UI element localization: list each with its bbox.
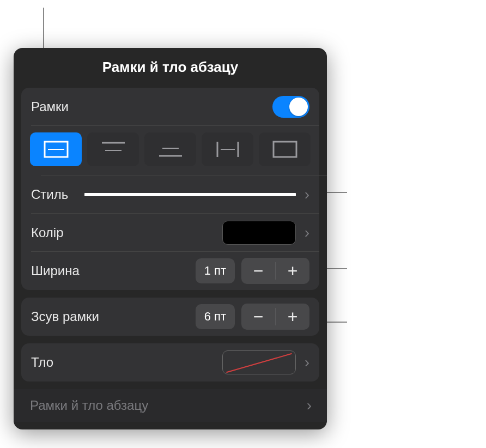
border-width-label: Ширина [31, 263, 80, 279]
width-increment-button[interactable]: + [276, 258, 309, 284]
footer-link-label: Рамки й тло абзацу [30, 398, 148, 413]
footer-link-row[interactable]: Рамки й тло абзацу › [14, 389, 327, 422]
border-width-value[interactable]: 1 пт [196, 258, 235, 283]
border-pos-top[interactable] [87, 132, 139, 166]
border-offset-stepper: − + [241, 304, 309, 330]
borders-toggle-label: Рамки [31, 99, 69, 114]
border-width-row: Ширина 1 пт − + [21, 252, 319, 290]
panel-title: Рамки й тло абзацу [14, 59, 327, 88]
chevron-right-icon: › [305, 354, 309, 371]
callout-line-top [43, 8, 44, 53]
width-decrement-button[interactable]: − [241, 258, 275, 284]
border-offset-value[interactable]: 6 пт [196, 304, 235, 329]
chevron-right-icon: › [305, 224, 309, 241]
borders-toggle-row: Рамки [21, 88, 319, 126]
border-pos-box[interactable] [259, 132, 311, 166]
background-swatch-none[interactable] [222, 350, 296, 374]
border-pos-sides[interactable] [202, 132, 253, 166]
border-pos-bottom[interactable] [144, 132, 196, 166]
border-style-row[interactable]: Стиль › [21, 175, 319, 214]
border-offset-row: Зсув рамки 6 пт − + [21, 298, 319, 336]
border-pos-all[interactable] [30, 132, 82, 166]
border-color-label: Колір [31, 225, 63, 240]
border-width-stepper: − + [241, 258, 309, 284]
background-section: Тло › [21, 343, 319, 382]
offset-decrement-button[interactable]: − [241, 304, 275, 330]
border-color-swatch[interactable] [222, 221, 296, 245]
border-style-label: Стиль [31, 187, 68, 202]
background-row[interactable]: Тло › [21, 343, 319, 382]
border-position-segmented [21, 126, 319, 175]
offset-increment-button[interactable]: + [276, 304, 309, 330]
border-color-row[interactable]: Колір › [21, 214, 319, 252]
border-offset-label: Зсув рамки [31, 309, 99, 324]
border-style-preview [84, 193, 295, 196]
background-label: Тло [31, 355, 53, 370]
borders-toggle[interactable] [272, 96, 309, 118]
borders-background-panel: Рамки й тло абзацу Рамки [14, 48, 327, 429]
chevron-right-icon: › [307, 397, 312, 414]
offset-section: Зсув рамки 6 пт − + [21, 298, 319, 336]
toggle-knob [289, 98, 308, 116]
svg-rect-9 [274, 142, 296, 157]
borders-section: Рамки [21, 88, 319, 290]
chevron-right-icon: › [305, 186, 309, 203]
